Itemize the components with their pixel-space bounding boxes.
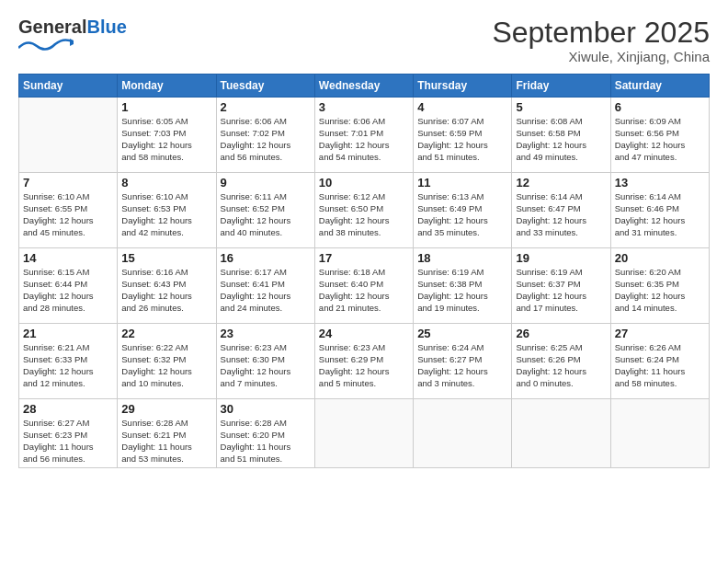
cell-day-number: 11 <box>417 176 507 190</box>
cell-info-line: Daylight: 12 hours <box>615 140 705 152</box>
cell-info: Sunrise: 6:11 AMSunset: 6:52 PMDaylight:… <box>221 191 311 238</box>
calendar-cell: 11Sunrise: 6:13 AMSunset: 6:49 PMDayligh… <box>414 173 512 248</box>
cell-info-line: Daylight: 12 hours <box>417 215 507 227</box>
logo-wave-icon <box>18 37 74 53</box>
cell-day-number: 9 <box>221 176 311 190</box>
cell-info-line: Daylight: 12 hours <box>516 291 606 303</box>
calendar-cell: 17Sunrise: 6:18 AMSunset: 6:40 PMDayligh… <box>314 248 413 324</box>
cell-info-line: Daylight: 12 hours <box>417 140 507 152</box>
cell-info-line: and 58 minutes. <box>615 378 705 390</box>
calendar-cell: 7Sunrise: 6:10 AMSunset: 6:55 PMDaylight… <box>19 173 118 248</box>
cell-day-number: 27 <box>615 327 705 340</box>
cell-info-line: Daylight: 12 hours <box>23 215 113 227</box>
cell-day-number: 2 <box>221 100 311 114</box>
cell-info-line: Sunrise: 6:25 AM <box>516 342 606 354</box>
cell-day-number: 15 <box>121 251 211 265</box>
cell-info-line: Daylight: 12 hours <box>615 291 705 303</box>
calendar-cell <box>414 399 512 468</box>
cell-day-number: 17 <box>319 251 409 265</box>
cell-info-line: Sunset: 6:50 PM <box>319 203 409 215</box>
cell-info-line: Sunset: 7:03 PM <box>121 128 211 140</box>
cell-info-line: Sunset: 6:23 PM <box>23 430 113 442</box>
cell-info-line: Daylight: 12 hours <box>319 140 409 152</box>
page: GeneralBlue September 2025 Xiwule, Xinji… <box>0 0 728 563</box>
calendar-cell <box>19 98 118 173</box>
calendar-cell: 10Sunrise: 6:12 AMSunset: 6:50 PMDayligh… <box>314 173 413 248</box>
calendar-cell: 6Sunrise: 6:09 AMSunset: 6:56 PMDaylight… <box>610 98 709 173</box>
cell-info-line: Sunset: 6:37 PM <box>516 279 606 291</box>
cell-day-number: 12 <box>516 176 606 190</box>
cell-info-line: Daylight: 12 hours <box>516 215 606 227</box>
cell-info-line: Daylight: 11 hours <box>23 442 113 454</box>
cell-day-number: 19 <box>516 251 606 265</box>
cell-info-line: Sunset: 6:44 PM <box>23 279 113 291</box>
cell-info-line: Sunset: 6:35 PM <box>615 279 705 291</box>
cell-info-line: Sunset: 6:46 PM <box>615 203 705 215</box>
cell-day-number: 20 <box>615 251 705 265</box>
cell-info-line: Sunrise: 6:10 AM <box>121 191 211 203</box>
cell-info: Sunrise: 6:06 AMSunset: 7:02 PMDaylight:… <box>221 116 311 163</box>
cell-info: Sunrise: 6:22 AMSunset: 6:32 PMDaylight:… <box>121 342 211 389</box>
calendar-cell: 13Sunrise: 6:14 AMSunset: 6:46 PMDayligh… <box>610 173 709 248</box>
svg-marker-0 <box>70 39 74 46</box>
calendar-cell: 3Sunrise: 6:06 AMSunset: 7:01 PMDaylight… <box>314 98 413 173</box>
cell-info-line: and 19 minutes. <box>417 303 507 315</box>
cell-info-line: Daylight: 12 hours <box>121 215 211 227</box>
cell-info-line: Sunrise: 6:05 AM <box>121 116 211 128</box>
cell-info: Sunrise: 6:25 AMSunset: 6:26 PMDaylight:… <box>516 342 606 389</box>
cell-info-line: Sunset: 6:40 PM <box>319 279 409 291</box>
cell-info-line: and 14 minutes. <box>615 303 705 315</box>
cell-info: Sunrise: 6:16 AMSunset: 6:43 PMDaylight:… <box>121 267 211 314</box>
cell-info-line: Sunset: 6:29 PM <box>319 354 409 366</box>
cell-info: Sunrise: 6:27 AMSunset: 6:23 PMDaylight:… <box>23 418 113 465</box>
cell-info: Sunrise: 6:18 AMSunset: 6:40 PMDaylight:… <box>319 267 409 314</box>
cell-info-line: Sunrise: 6:22 AM <box>121 342 211 354</box>
cell-info-line: and 0 minutes. <box>516 378 606 390</box>
cell-info-line: Sunrise: 6:16 AM <box>121 267 211 279</box>
cell-info-line: Daylight: 12 hours <box>221 140 311 152</box>
calendar-cell: 14Sunrise: 6:15 AMSunset: 6:44 PMDayligh… <box>19 248 118 324</box>
cell-day-number: 13 <box>615 176 705 190</box>
cell-info-line: and 35 minutes. <box>417 227 507 239</box>
cell-info-line: Sunrise: 6:09 AM <box>615 116 705 128</box>
cell-info-line: and 40 minutes. <box>221 227 311 239</box>
cell-info-line: Sunrise: 6:17 AM <box>221 267 311 279</box>
cell-info-line: Daylight: 12 hours <box>417 366 507 378</box>
cell-info-line: Sunset: 6:33 PM <box>23 354 113 366</box>
cell-day-number: 23 <box>221 327 311 340</box>
calendar-cell: 22Sunrise: 6:22 AMSunset: 6:32 PMDayligh… <box>118 324 216 399</box>
cell-info-line: Sunset: 6:47 PM <box>516 203 606 215</box>
calendar-cell: 16Sunrise: 6:17 AMSunset: 6:41 PMDayligh… <box>216 248 314 324</box>
cell-info-line: Daylight: 12 hours <box>516 366 606 378</box>
header: GeneralBlue September 2025 Xiwule, Xinji… <box>18 17 710 64</box>
cell-info: Sunrise: 6:28 AMSunset: 6:20 PMDaylight:… <box>221 418 311 465</box>
cell-day-number: 26 <box>516 327 606 340</box>
cell-info-line: and 54 minutes. <box>319 152 409 164</box>
cell-info: Sunrise: 6:21 AMSunset: 6:33 PMDaylight:… <box>23 342 113 389</box>
cell-day-number: 29 <box>121 402 211 416</box>
calendar-cell: 26Sunrise: 6:25 AMSunset: 6:26 PMDayligh… <box>512 324 610 399</box>
cell-info-line: and 3 minutes. <box>417 378 507 390</box>
cell-info-line: Daylight: 12 hours <box>319 366 409 378</box>
cell-info-line: Sunrise: 6:23 AM <box>319 342 409 354</box>
cell-info: Sunrise: 6:14 AMSunset: 6:47 PMDaylight:… <box>516 191 606 238</box>
cell-info-line: and 17 minutes. <box>516 303 606 315</box>
cell-info-line: Sunrise: 6:06 AM <box>319 116 409 128</box>
calendar-cell: 23Sunrise: 6:23 AMSunset: 6:30 PMDayligh… <box>216 324 314 399</box>
calendar-cell: 20Sunrise: 6:20 AMSunset: 6:35 PMDayligh… <box>610 248 709 324</box>
cell-info: Sunrise: 6:07 AMSunset: 6:59 PMDaylight:… <box>417 116 507 163</box>
cell-info: Sunrise: 6:08 AMSunset: 6:58 PMDaylight:… <box>516 116 606 163</box>
cell-info-line: and 56 minutes. <box>221 152 311 164</box>
cell-info-line: Sunset: 6:38 PM <box>417 279 507 291</box>
calendar-cell: 18Sunrise: 6:19 AMSunset: 6:38 PMDayligh… <box>414 248 512 324</box>
cell-info-line: Sunset: 6:55 PM <box>23 203 113 215</box>
cell-info-line: Sunrise: 6:20 AM <box>615 267 705 279</box>
cell-day-number: 18 <box>417 251 507 265</box>
cell-info: Sunrise: 6:23 AMSunset: 6:30 PMDaylight:… <box>221 342 311 389</box>
cell-info-line: Sunset: 6:58 PM <box>516 128 606 140</box>
cell-info-line: and 49 minutes. <box>516 152 606 164</box>
cell-day-number: 28 <box>23 402 113 416</box>
cell-info-line: Daylight: 12 hours <box>319 215 409 227</box>
cell-info-line: Daylight: 12 hours <box>516 140 606 152</box>
calendar-week-2: 7Sunrise: 6:10 AMSunset: 6:55 PMDaylight… <box>19 173 710 248</box>
